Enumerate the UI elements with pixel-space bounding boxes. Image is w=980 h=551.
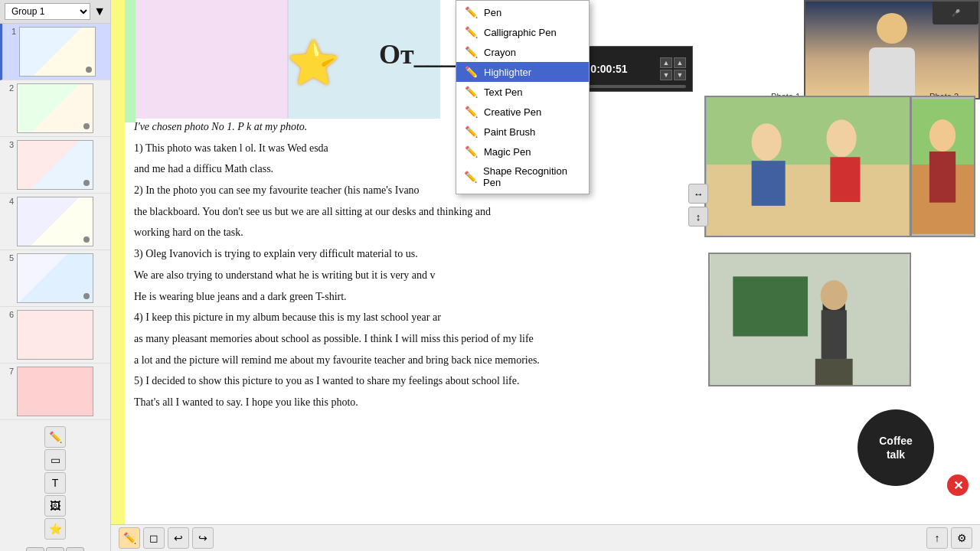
menu-label-highlighter: Highlighter bbox=[484, 67, 531, 78]
menu-label-shaperecognition: Shape Recognition Pen bbox=[483, 165, 581, 188]
menu-label-textpen: Text Pen bbox=[484, 86, 523, 98]
coffee-talk-line2: talk bbox=[887, 448, 905, 461]
toolbar-pen-btn[interactable]: ✏️ bbox=[119, 527, 140, 549]
nav-expand[interactable]: ↔ bbox=[46, 547, 64, 551]
shaperecognition-icon: ✏️ bbox=[464, 171, 477, 183]
toolbar-redo-btn[interactable]: ↪ bbox=[192, 527, 214, 549]
slide-num-7: 7 bbox=[3, 367, 14, 376]
color-strip-green bbox=[125, 0, 136, 122]
text-p7: as many pleasant memories about school a… bbox=[134, 331, 658, 347]
text-p4: We are also trying to understand what he… bbox=[134, 267, 658, 284]
sidebar-header: Group 1 ▼ bbox=[0, 0, 110, 24]
webcam-overlay: 🎤 bbox=[804, 0, 980, 99]
calligraphic-icon: ✏️ bbox=[464, 26, 478, 38]
svg-rect-10 bbox=[929, 152, 956, 203]
star-icon: ⭐ bbox=[287, 38, 340, 88]
menu-label-pen: Pen bbox=[484, 7, 501, 18]
slide-thumb-2[interactable]: 2 bbox=[0, 80, 110, 137]
slide-num-5: 5 bbox=[3, 253, 14, 262]
coffee-talk-line1: Coffee bbox=[879, 434, 913, 448]
vc-down[interactable]: ▼ bbox=[660, 70, 672, 80]
svg-rect-1 bbox=[707, 165, 909, 236]
star-tool-btn[interactable]: ⭐ bbox=[44, 518, 66, 540]
text-p2b: the blackboard. You don't see us but we … bbox=[134, 204, 658, 220]
text-p3: 3) Oleg Ivanovich is trying to explain v… bbox=[134, 246, 658, 262]
pen-tool-btn[interactable]: ✏️ bbox=[44, 426, 66, 448]
slide-thumb-7[interactable]: 7 bbox=[0, 364, 110, 420]
textpen-icon: ✏️ bbox=[464, 86, 478, 98]
text-p10: That's all I wanted to say. I hope you l… bbox=[134, 394, 658, 411]
text-p6: 4) I keep this picture in my album becau… bbox=[134, 309, 658, 326]
bottom-toolbar: ✏️ ◻ ↩ ↪ ↑ ⚙ bbox=[111, 524, 980, 551]
slide-thumb-4[interactable]: 4 bbox=[0, 194, 110, 250]
vc-down2[interactable]: ▼ bbox=[674, 70, 686, 80]
svg-point-15 bbox=[821, 280, 848, 310]
color-strip-yellow bbox=[111, 0, 125, 524]
sidebar-bottom: ◀ ↔ ▶ Auto-hide bbox=[0, 543, 110, 551]
close-button[interactable]: ✕ bbox=[947, 474, 969, 496]
menu-label-creativepen: Creative Pen bbox=[484, 106, 541, 118]
toolbar-share-btn[interactable]: ↑ bbox=[926, 527, 948, 549]
menu-item-crayon[interactable]: ✏️ Crayon bbox=[456, 42, 589, 62]
toolbar-settings-btn[interactable]: ⚙ bbox=[951, 527, 972, 549]
magicpen-icon: ✏️ bbox=[464, 145, 478, 158]
menu-item-highlighter[interactable]: ✏️ Highlighter bbox=[456, 62, 589, 82]
slide-thumb-1[interactable]: 1 bbox=[0, 24, 110, 80]
slide-image-6 bbox=[17, 310, 93, 360]
vc-up[interactable]: ▲ bbox=[660, 57, 672, 68]
menu-item-pen[interactable]: ✏️ Pen bbox=[456, 2, 589, 22]
photo1-placeholder bbox=[706, 97, 910, 236]
menu-label-crayon: Crayon bbox=[484, 47, 516, 58]
shape-tool-btn[interactable]: ▭ bbox=[44, 449, 66, 471]
svg-rect-16 bbox=[822, 310, 847, 359]
color-strip-purple bbox=[136, 0, 289, 119]
nav-right-arrow[interactable]: ▶ bbox=[66, 547, 84, 551]
menu-item-textpen[interactable]: ✏️ Text Pen bbox=[456, 82, 589, 102]
rt-btn-2[interactable]: ↕ bbox=[688, 207, 708, 227]
slide-image-5 bbox=[17, 253, 93, 303]
toolbar-undo-btn[interactable]: ↩ bbox=[168, 527, 189, 549]
slide-thumb-6[interactable]: 6 bbox=[0, 307, 110, 364]
nav-arrows: ◀ ↔ ▶ bbox=[5, 547, 106, 551]
menu-item-shaperecognition[interactable]: ✏️ Shape Recognition Pen bbox=[456, 161, 589, 192]
svg-rect-2 bbox=[707, 97, 909, 165]
menu-item-paintbrush[interactable]: ✏️ Paint Brush bbox=[456, 122, 589, 142]
slide-image-2 bbox=[17, 83, 93, 133]
svg-point-5 bbox=[826, 119, 856, 157]
svg-rect-12 bbox=[733, 276, 808, 336]
menu-label-magicpen: Magic Pen bbox=[484, 146, 531, 158]
slide-thumb-5[interactable]: 5 bbox=[0, 250, 110, 307]
svg-rect-6 bbox=[830, 157, 860, 202]
text-p5: He is wearing blue jeans and a dark gree… bbox=[134, 289, 658, 305]
slide-thumb-3[interactable]: 3 bbox=[0, 137, 110, 194]
slide-num-2: 2 bbox=[3, 83, 14, 93]
menu-label-calligraphic: Calligraphic Pen bbox=[484, 27, 557, 38]
menu-item-magicpen[interactable]: ✏️ Magic Pen bbox=[456, 142, 589, 161]
sidebar-tools: ✏️ ▭ T 🖼 ⭐ bbox=[0, 423, 110, 543]
toolbar-eraser-btn[interactable]: ◻ bbox=[143, 527, 165, 549]
pen-icon: ✏️ bbox=[464, 6, 478, 18]
nav-left-arrow[interactable]: ◀ bbox=[26, 547, 44, 551]
image-tool-btn[interactable]: 🖼 bbox=[44, 495, 66, 517]
group-select[interactable]: Group 1 bbox=[5, 3, 90, 20]
slide-image-7 bbox=[17, 367, 93, 416]
text-tool-btn[interactable]: T bbox=[44, 472, 66, 494]
webcam-person: 🎤 bbox=[805, 2, 978, 98]
menu-label-paintbrush: Paint Brush bbox=[484, 126, 535, 138]
creativepen-icon: ✏️ bbox=[464, 106, 478, 118]
menu-item-creativepen[interactable]: ✏️ Creative Pen bbox=[456, 102, 589, 122]
slide-image-1 bbox=[19, 27, 96, 77]
menu-item-calligraphic[interactable]: ✏️ Calligraphic Pen bbox=[456, 22, 589, 42]
rt-btn-1[interactable]: ↔ bbox=[688, 184, 708, 204]
text-p9: 5) I decided to show this picture to you… bbox=[134, 373, 658, 390]
context-menu: ✏️ Pen ✏️ Calligraphic Pen ✏️ Crayon ✏️ … bbox=[456, 0, 590, 194]
svg-rect-14 bbox=[815, 359, 853, 385]
group-dropdown-icon: ▼ bbox=[93, 5, 106, 18]
svg-rect-4 bbox=[752, 161, 786, 206]
slide-num-4: 4 bbox=[3, 197, 14, 206]
main-area: ⭐ От______ 7 баллов 🎤 ▶ 0:00:51 ▲ ▲ bbox=[111, 0, 980, 551]
vc-up2[interactable]: ▲ bbox=[674, 57, 686, 68]
right-tools: ↔ ↕ bbox=[688, 184, 708, 227]
slide-num-1: 1 bbox=[5, 27, 16, 36]
crayon-icon: ✏️ bbox=[464, 46, 478, 58]
